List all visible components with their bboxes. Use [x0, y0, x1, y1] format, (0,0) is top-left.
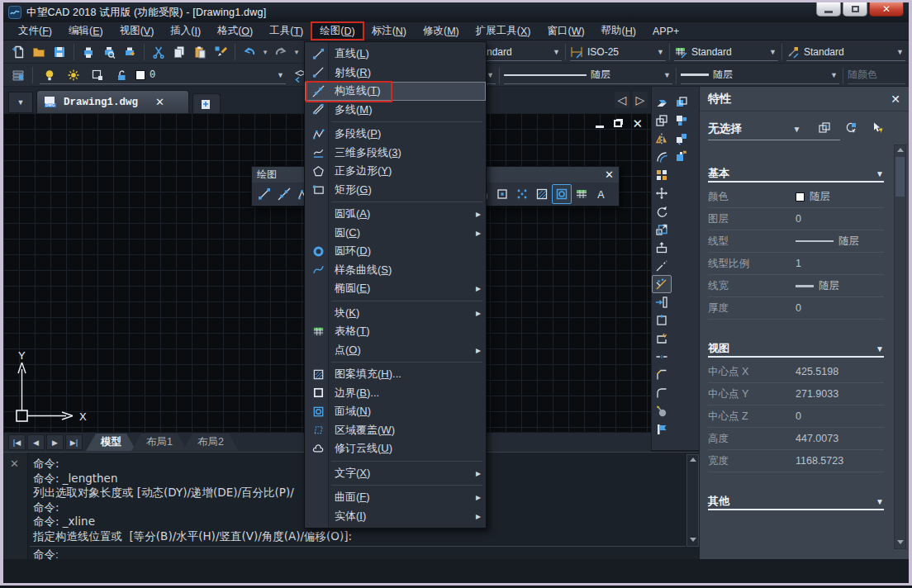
xline-icon[interactable]: [274, 184, 294, 204]
command-panel-grip[interactable]: ✕: [3, 453, 28, 559]
rotate-icon[interactable]: [652, 202, 672, 220]
selection-toggle-icon[interactable]: [867, 118, 887, 138]
mtext-icon[interactable]: A: [591, 184, 611, 204]
scroll-up-icon[interactable]: [690, 458, 696, 462]
print-preview-icon[interactable]: [99, 42, 119, 62]
draw-menu-item-构造线(T)[interactable]: 构造线(T): [305, 82, 486, 101]
layer-combo[interactable]: 0 ▼: [40, 66, 286, 84]
mirror-icon[interactable]: [652, 130, 672, 148]
quick-select-icon[interactable]: [841, 118, 861, 138]
properties-header[interactable]: 特性 ✕: [700, 87, 909, 111]
copy-icon[interactable]: [169, 42, 189, 62]
property-value[interactable]: 0: [796, 302, 801, 314]
collapse-arrow-icon[interactable]: ▼: [876, 497, 884, 506]
property-value[interactable]: 425.5198: [796, 366, 838, 377]
menu-item-格式(O)[interactable]: 格式(O): [209, 22, 261, 40]
menu-item-APP+[interactable]: APP+: [644, 22, 687, 40]
paste-clip-icon[interactable]: [672, 111, 691, 130]
erase-icon[interactable]: [652, 93, 672, 111]
draw-menu-item-曲面(F)[interactable]: 曲面(F)▸: [305, 488, 486, 507]
properties-section-其他[interactable]: 其他▼: [708, 494, 884, 510]
property-value[interactable]: 1168.5723: [796, 455, 843, 467]
region-icon[interactable]: [552, 184, 572, 204]
layout-tab-模型[interactable]: 模型: [86, 434, 136, 451]
draw-menu-item-点(O)[interactable]: 点(O)▸: [305, 341, 486, 360]
table-icon[interactable]: [572, 184, 591, 204]
select-new-icon[interactable]: [815, 118, 834, 138]
command-scrollbar[interactable]: [686, 454, 699, 547]
scroll-up-icon[interactable]: [897, 148, 904, 152]
scroll-down-icon[interactable]: [690, 538, 696, 542]
layer-unlock-icon[interactable]: [112, 65, 131, 85]
break-at-point-icon[interactable]: [652, 311, 672, 330]
collapse-arrow-icon[interactable]: ▼: [876, 344, 884, 353]
property-value[interactable]: 随层: [796, 279, 839, 293]
array-icon[interactable]: [652, 166, 672, 184]
property-value[interactable]: 0: [796, 213, 801, 225]
menu-item-窗口(W)[interactable]: 窗口(W): [539, 22, 592, 40]
property-value[interactable]: 随层: [796, 235, 859, 249]
offset-icon[interactable]: [652, 148, 672, 166]
document-tab[interactable]: DWG Drawing1.dwg ✕: [36, 90, 189, 113]
menu-item-视图(V)[interactable]: 视图(V): [112, 22, 163, 40]
restore-button[interactable]: [843, 2, 867, 17]
draw-menu-item-样条曲线(S)[interactable]: 样条曲线(S): [305, 261, 486, 280]
cut-icon[interactable]: [149, 42, 169, 62]
command-prompt[interactable]: 命令:: [33, 548, 59, 562]
draw-menu-item-直线(L)[interactable]: 直线(L): [305, 45, 486, 64]
draw-menu-item-多段线(P)[interactable]: 多段线(P): [305, 125, 486, 144]
draw-menu-item-圆环(D)[interactable]: 圆环(D): [305, 242, 486, 261]
lengthen-icon[interactable]: [652, 257, 672, 275]
last-tab-button[interactable]: ▶|: [65, 434, 83, 450]
draw-menu-item-修订云线(U)[interactable]: 修订云线(U): [305, 439, 486, 458]
paste-icon[interactable]: [190, 42, 210, 62]
match-properties-icon[interactable]: [211, 42, 230, 62]
dropdown-arrow-icon[interactable]: ▾: [292, 48, 302, 56]
properties-section-视图[interactable]: 视图▼: [708, 341, 884, 358]
layout-tab-布局2[interactable]: 布局2: [183, 434, 239, 451]
stretch-icon[interactable]: [652, 239, 672, 257]
panel-next-icon[interactable]: ▷: [633, 92, 648, 108]
menu-item-帮助(H)[interactable]: 帮助(H): [593, 22, 644, 40]
draw-menu-item-块(K)[interactable]: 块(K)▸: [305, 304, 486, 323]
menu-item-标注(N)[interactable]: 标注(N): [363, 22, 415, 40]
make-block-icon[interactable]: [492, 184, 512, 204]
plot-icon[interactable]: [120, 42, 140, 62]
draw-menu-item-文字(X)[interactable]: 文字(X)▸: [305, 464, 486, 483]
properties-section-基本[interactable]: 基本▼: [708, 166, 884, 183]
command-close-icon[interactable]: ✕: [10, 458, 19, 470]
next-tab-button[interactable]: ▶: [46, 434, 64, 450]
undo-icon[interactable]: [240, 42, 259, 62]
draw-menu-item-边界(B)...[interactable]: 边界(B)...: [305, 384, 486, 403]
document-list-dropdown[interactable]: ▼: [8, 92, 33, 113]
draw-menu-item-射线(R)[interactable]: 射线(R): [305, 64, 486, 83]
doc-restore-icon[interactable]: [614, 120, 622, 127]
property-value[interactable]: 0: [796, 410, 801, 422]
layer-thaw-icon[interactable]: [64, 65, 83, 85]
menu-item-文件(F)[interactable]: 文件(F): [10, 22, 60, 40]
chamfer-icon[interactable]: [652, 366, 672, 384]
collapse-arrow-icon[interactable]: ▼: [876, 169, 884, 178]
line-icon[interactable]: [254, 184, 274, 204]
menu-item-插入(I)[interactable]: 插入(I): [162, 22, 209, 40]
fillet-icon[interactable]: [652, 384, 672, 402]
layer-on-icon[interactable]: [40, 65, 59, 85]
minimize-button[interactable]: [816, 2, 841, 17]
menu-item-工具(T)[interactable]: 工具(T): [261, 22, 311, 40]
doc-close-icon[interactable]: ✕: [632, 117, 643, 130]
draw-menu-item-表格(T)[interactable]: 表格(T): [305, 322, 486, 341]
properties-close-icon[interactable]: ✕: [891, 92, 900, 106]
draw-menu-item-三维多段线(3)[interactable]: 三维多段线(3): [305, 144, 486, 163]
property-value[interactable]: 随层: [796, 190, 830, 204]
table-style-combo[interactable]: Standard▼: [674, 43, 778, 61]
scale-icon[interactable]: [652, 220, 672, 239]
menu-item-绘图(D)[interactable]: 绘图(D): [311, 22, 363, 40]
close-button[interactable]: ✕: [869, 2, 904, 17]
copy-base-icon[interactable]: [672, 148, 691, 166]
document-close-icon[interactable]: ✕: [155, 96, 164, 108]
point-icon[interactable]: [512, 184, 532, 204]
new-document-button[interactable]: [192, 93, 221, 113]
open-file-icon[interactable]: [29, 42, 49, 62]
property-value[interactable]: 1: [796, 258, 801, 269]
title-bar[interactable]: 中望CAD 2018 试用版 (功能受限) - [Drawing1.dwg] ✕: [3, 2, 909, 22]
